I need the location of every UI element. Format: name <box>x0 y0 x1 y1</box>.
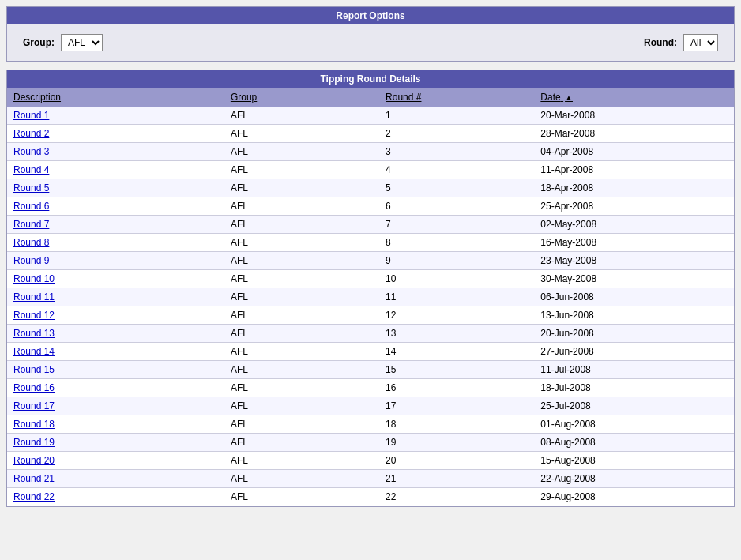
report-options-title: Report Options <box>7 7 734 24</box>
description-link[interactable]: Round 15 <box>13 364 55 375</box>
cell-group: AFL <box>224 216 379 234</box>
cell-round: 6 <box>379 197 534 216</box>
cell-description: Round 17 <box>7 397 224 415</box>
cell-group: AFL <box>224 452 379 470</box>
cell-group: AFL <box>224 107 379 125</box>
cell-round: 7 <box>379 216 534 234</box>
description-link[interactable]: Round 11 <box>13 291 55 303</box>
sort-date-link[interactable]: Date ▲ <box>540 92 573 103</box>
sort-round-link[interactable]: Round # <box>386 92 421 103</box>
description-link[interactable]: Round 19 <box>13 437 55 448</box>
cell-group: AFL <box>224 288 379 306</box>
cell-description: Round 15 <box>7 361 224 379</box>
table-row: Round 16AFL1618-Jul-2008 <box>7 379 734 397</box>
description-link[interactable]: Round 7 <box>13 219 49 230</box>
round-selector-container: Round: All 1 2 3 4 5 6 7 8 9 10 11 12 13 <box>644 34 718 51</box>
description-link[interactable]: Round 8 <box>13 237 49 248</box>
table-row: Round 7AFL702-May-2008 <box>7 216 734 234</box>
cell-date: 25-Apr-2008 <box>534 197 734 216</box>
sort-description-link[interactable]: Description <box>13 92 61 103</box>
cell-description: Round 2 <box>7 125 224 143</box>
cell-group: AFL <box>224 343 379 361</box>
cell-group: AFL <box>224 270 379 288</box>
description-link[interactable]: Round 4 <box>13 164 49 175</box>
cell-round: 11 <box>379 288 534 306</box>
col-header-group[interactable]: Group <box>224 88 379 107</box>
sort-group-link[interactable]: Group <box>231 92 257 103</box>
cell-description: Round 5 <box>7 179 224 197</box>
cell-date: 25-Jul-2008 <box>534 397 734 415</box>
table-row: Round 15AFL1511-Jul-2008 <box>7 361 734 379</box>
report-options-panel: Report Options Group: AFL Round: All 1 2… <box>6 6 735 62</box>
description-link[interactable]: Round 10 <box>13 273 55 284</box>
table-row: Round 6AFL625-Apr-2008 <box>7 197 734 216</box>
description-link[interactable]: Round 18 <box>13 419 55 430</box>
table-row: Round 8AFL816-May-2008 <box>7 234 734 252</box>
group-label: Group: <box>23 37 55 48</box>
col-header-round[interactable]: Round # <box>379 88 534 107</box>
cell-date: 08-Aug-2008 <box>534 434 734 452</box>
cell-description: Round 20 <box>7 452 224 470</box>
cell-description: Round 8 <box>7 234 224 252</box>
cell-group: AFL <box>224 434 379 452</box>
cell-group: AFL <box>224 306 379 325</box>
description-link[interactable]: Round 3 <box>13 146 49 157</box>
cell-date: 27-Jun-2008 <box>534 343 734 361</box>
round-select[interactable]: All 1 2 3 4 5 6 7 8 9 10 11 12 13 14 15 <box>683 34 718 51</box>
table-row: Round 1AFL120-Mar-2008 <box>7 107 734 125</box>
cell-date: 22-Aug-2008 <box>534 470 734 488</box>
description-link[interactable]: Round 17 <box>13 400 55 412</box>
cell-description: Round 3 <box>7 143 224 161</box>
cell-date: 11-Jul-2008 <box>534 361 734 379</box>
table-row: Round 18AFL1801-Aug-2008 <box>7 415 734 434</box>
cell-group: AFL <box>224 397 379 415</box>
cell-round: 22 <box>379 488 534 506</box>
description-link[interactable]: Round 1 <box>13 110 49 121</box>
group-select[interactable]: AFL <box>61 34 103 51</box>
table-row: Round 14AFL1427-Jun-2008 <box>7 343 734 361</box>
description-link[interactable]: Round 2 <box>13 128 49 139</box>
cell-round: 21 <box>379 470 534 488</box>
description-link[interactable]: Round 20 <box>13 455 55 466</box>
cell-date: 11-Apr-2008 <box>534 161 734 179</box>
description-link[interactable]: Round 12 <box>13 310 55 321</box>
cell-round: 16 <box>379 379 534 397</box>
cell-description: Round 22 <box>7 488 224 506</box>
cell-description: Round 14 <box>7 343 224 361</box>
description-link[interactable]: Round 9 <box>13 255 49 266</box>
cell-round: 20 <box>379 452 534 470</box>
cell-group: AFL <box>224 488 379 506</box>
col-header-date[interactable]: Date ▲ <box>534 88 734 107</box>
description-link[interactable]: Round 16 <box>13 382 55 393</box>
cell-date: 04-Apr-2008 <box>534 143 734 161</box>
table-row: Round 9AFL923-May-2008 <box>7 252 734 270</box>
table-row: Round 19AFL1908-Aug-2008 <box>7 434 734 452</box>
description-link[interactable]: Round 21 <box>13 473 55 484</box>
description-link[interactable]: Round 6 <box>13 201 49 212</box>
cell-round: 9 <box>379 252 534 270</box>
sort-arrow-icon: ▲ <box>565 93 573 102</box>
cell-group: AFL <box>224 470 379 488</box>
cell-group: AFL <box>224 179 379 197</box>
cell-description: Round 10 <box>7 270 224 288</box>
date-label: Date <box>540 92 560 103</box>
description-link[interactable]: Round 13 <box>13 328 55 339</box>
table-row: Round 3AFL304-Apr-2008 <box>7 143 734 161</box>
cell-description: Round 7 <box>7 216 224 234</box>
cell-description: Round 18 <box>7 415 224 434</box>
cell-date: 15-Aug-2008 <box>534 452 734 470</box>
cell-round: 4 <box>379 161 534 179</box>
cell-date: 16-May-2008 <box>534 234 734 252</box>
description-link[interactable]: Round 14 <box>13 346 55 357</box>
cell-round: 5 <box>379 179 534 197</box>
tipping-table: Description Group Round # Date ▲ <box>7 88 734 506</box>
cell-date: 23-May-2008 <box>534 252 734 270</box>
cell-group: AFL <box>224 415 379 434</box>
description-link[interactable]: Round 22 <box>13 491 55 502</box>
table-header-row: Description Group Round # Date ▲ <box>7 88 734 107</box>
cell-date: 02-May-2008 <box>534 216 734 234</box>
cell-description: Round 9 <box>7 252 224 270</box>
description-link[interactable]: Round 5 <box>13 182 49 194</box>
cell-group: AFL <box>224 197 379 216</box>
col-header-description[interactable]: Description <box>7 88 224 107</box>
